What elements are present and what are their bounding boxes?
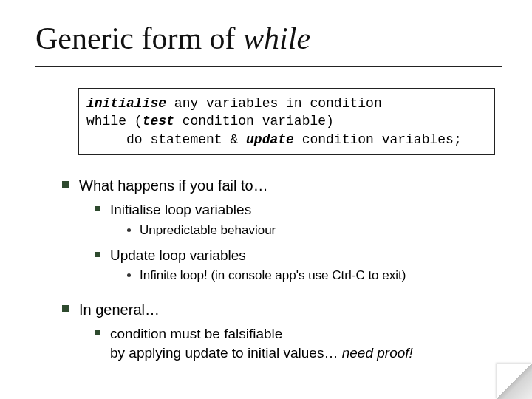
code-line-2: while (test condition variable) bbox=[86, 112, 487, 130]
square-bullet-icon bbox=[95, 330, 100, 335]
code-line-2-rest: condition variable) bbox=[174, 114, 334, 129]
code-line-1: initialise any variables in condition bbox=[86, 95, 487, 112]
title-italic: while bbox=[243, 21, 310, 55]
b2a-line1: condition must be falsifiable bbox=[110, 326, 282, 341]
title-prefix: Generic form of bbox=[35, 21, 243, 55]
square-bullet-icon bbox=[95, 252, 100, 257]
bullet-lvl2-1a: Initialise loop variables bbox=[95, 200, 502, 219]
code-line-1-rest: any variables in condition bbox=[166, 96, 382, 111]
bullet-text: Update loop variables bbox=[110, 246, 502, 265]
code-kw-test: test bbox=[143, 114, 174, 129]
bullet-text: Initialise loop variables bbox=[110, 200, 502, 219]
dot-bullet-icon bbox=[127, 228, 131, 232]
square-bullet-icon bbox=[62, 181, 69, 188]
bullet-content: What happens if you fail to… Initialise … bbox=[62, 176, 502, 363]
dot-bullet-icon bbox=[127, 273, 131, 277]
bullet-lvl1-1: What happens if you fail to… bbox=[62, 176, 502, 196]
bullet-text: What happens if you fail to… bbox=[79, 176, 502, 196]
code-line-3: do statement & update condition variable… bbox=[86, 131, 487, 149]
bullet-text: condition must be falsifiable by applyin… bbox=[110, 324, 502, 362]
bullet-lvl3-1b1: Infinite loop! (in console app's use Ctr… bbox=[127, 267, 502, 284]
bullet-lvl3-1a1: Unpredictable behaviour bbox=[127, 222, 502, 239]
bullet-text: In general… bbox=[79, 300, 502, 320]
title-divider bbox=[35, 66, 502, 67]
bullet-lvl2-1b: Update loop variables bbox=[95, 246, 502, 265]
square-bullet-icon bbox=[62, 305, 69, 312]
code-kw-initialise: initialise bbox=[86, 96, 166, 111]
code-box: initialise any variables in condition wh… bbox=[78, 88, 495, 155]
code-line-2-pre: while ( bbox=[86, 114, 143, 129]
slide-title: Generic form of while bbox=[35, 21, 502, 56]
square-bullet-icon bbox=[95, 206, 100, 211]
code-kw-update: update bbox=[246, 132, 294, 147]
bullet-lvl1-2: In general… bbox=[62, 300, 502, 320]
bullet-text: Infinite loop! (in console app's use Ctr… bbox=[140, 267, 502, 284]
code-line-3-post: condition variables; bbox=[294, 132, 462, 147]
b2a-line2-pre: by applying update to initial values… bbox=[110, 345, 342, 361]
bullet-lvl2-2a: condition must be falsifiable by applyin… bbox=[95, 324, 502, 362]
b2a-line2-italic: need proof! bbox=[342, 345, 413, 361]
slide: Generic form of while initialise any var… bbox=[0, 0, 532, 399]
code-line-3-pre: do statement & bbox=[126, 132, 246, 147]
page-curl-icon bbox=[497, 364, 532, 399]
code-line-3-indent: do statement & update condition variable… bbox=[126, 131, 462, 149]
bullet-text: Unpredictable behaviour bbox=[140, 222, 502, 239]
